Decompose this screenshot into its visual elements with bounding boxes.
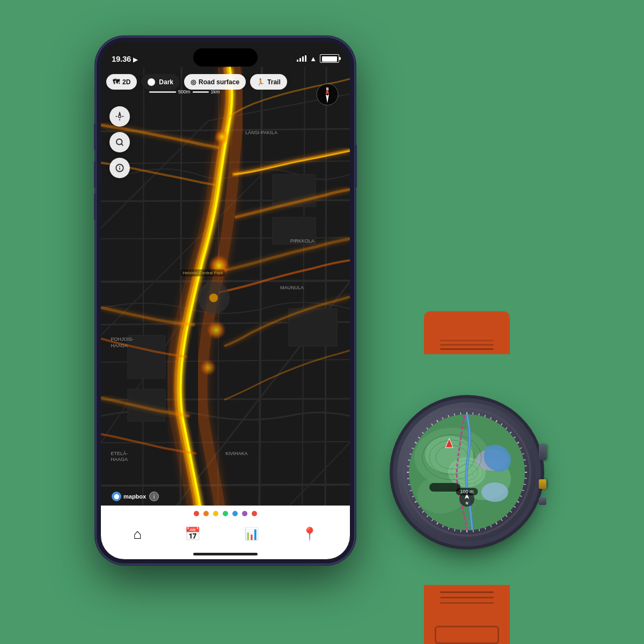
dot-7 <box>252 511 257 516</box>
svg-line-10 <box>101 485 350 486</box>
scene: LÄNSI-PAKILA PIRKKOLA MAUNULA Helsinki C… <box>80 27 564 617</box>
watch-scale: 100 m <box>456 488 478 495</box>
phone-screen: LÄNSI-PAKILA PIRKKOLA MAUNULA Helsinki C… <box>101 42 350 559</box>
home-icon: ⌂ <box>133 526 142 543</box>
watch-screen: N 100 m <box>409 414 525 530</box>
toggle-icon <box>148 78 155 86</box>
filter-bar: 🗺 2D Dark ◎ Road surface 🏃 Trail <box>106 74 345 90</box>
tab-calendar[interactable]: 📅 <box>185 526 201 541</box>
signal-icon <box>297 55 306 62</box>
map-controls <box>109 106 130 178</box>
status-icons: ▲ <box>297 54 339 63</box>
svg-rect-24 <box>273 217 316 244</box>
dot-5 <box>232 511 238 516</box>
info-char: i <box>153 494 155 500</box>
map-svg <box>101 42 350 559</box>
map-area[interactable]: LÄNSI-PAKILA PIRKKOLA MAUNULA Helsinki C… <box>101 42 350 559</box>
tab-stats[interactable]: 📊 <box>244 527 259 541</box>
run-icon: 🏃 <box>257 78 265 86</box>
tab-location[interactable]: 📍 <box>302 526 318 541</box>
filter-dark-label: Dark <box>159 78 173 86</box>
mapbox-logo: ⬤ mapbox <box>112 492 146 501</box>
stats-icon: 📊 <box>244 527 259 541</box>
compass: N <box>316 83 339 106</box>
filter-trail-label: Trail <box>267 78 281 86</box>
dot-4 <box>223 511 228 516</box>
phone: LÄNSI-PAKILA PIRKKOLA MAUNULA Helsinki C… <box>97 38 354 564</box>
location-button[interactable] <box>109 106 130 127</box>
tab-home[interactable]: ⌂ <box>133 526 142 543</box>
wifi-icon: ▲ <box>310 55 317 63</box>
tab-dots <box>101 506 350 519</box>
dynamic-island <box>193 48 258 67</box>
svg-text:N: N <box>465 501 468 505</box>
attribution-info-button[interactable]: i <box>149 492 159 501</box>
svg-line-5 <box>101 281 350 282</box>
attribution: ⬤ mapbox i <box>112 492 159 501</box>
status-time: 19.36 ▶ <box>112 54 137 63</box>
svg-point-31 <box>214 129 229 144</box>
svg-point-36 <box>116 139 122 145</box>
tab-items: ⌂ 📅 📊 📍 <box>101 519 350 548</box>
svg-point-34 <box>119 115 121 118</box>
road-icon: ◎ <box>191 78 196 86</box>
svg-point-28 <box>208 255 230 276</box>
watch-case: N 100 m <box>397 402 537 542</box>
map-icon: 🗺 <box>113 78 120 86</box>
calendar-icon: 📅 <box>185 526 201 541</box>
dot-2 <box>203 511 209 516</box>
battery-icon <box>320 54 339 63</box>
svg-marker-35 <box>119 113 121 115</box>
location-pin-icon: 📍 <box>302 526 318 541</box>
svg-point-111 <box>481 482 508 502</box>
watch-map: N 100 m <box>409 414 525 530</box>
watch-band-bottom <box>424 585 510 644</box>
search-button[interactable] <box>109 132 130 152</box>
filter-2d[interactable]: 🗺 2D <box>106 74 137 90</box>
home-bar <box>101 548 350 559</box>
tab-bar: ⌂ 📅 📊 📍 <box>101 506 350 559</box>
svg-point-29 <box>207 320 226 340</box>
svg-text:N: N <box>326 87 328 91</box>
mapbox-text: mapbox <box>123 493 146 500</box>
svg-point-33 <box>209 294 218 302</box>
dot-1 <box>194 511 199 516</box>
location-arrow-icon: ▶ <box>133 56 137 63</box>
watch: N 100 m <box>370 343 564 601</box>
filter-road-label: Road surface <box>199 78 239 86</box>
watch-btn-gold[interactable] <box>539 479 546 489</box>
svg-line-22 <box>325 67 326 534</box>
scale-bar: 500m 1km <box>149 89 220 94</box>
time-display: 19.36 <box>112 54 131 63</box>
filter-2d-label: 2D <box>122 78 130 86</box>
watch-crown[interactable] <box>539 444 546 460</box>
svg-point-30 <box>200 360 216 376</box>
svg-rect-25 <box>128 335 165 378</box>
filter-road-surface[interactable]: ◎ Road surface <box>184 74 246 90</box>
watch-btn-side2[interactable] <box>539 497 546 505</box>
home-indicator <box>193 553 258 555</box>
filter-trail-run[interactable]: 🏃 Trail <box>250 74 287 90</box>
dot-3 <box>213 511 218 516</box>
info-button[interactable] <box>109 158 130 178</box>
watch-band-top <box>424 311 510 354</box>
mapbox-circle-icon: ⬤ <box>112 492 121 501</box>
filter-dark[interactable]: Dark <box>141 74 180 90</box>
dot-6 <box>242 511 247 516</box>
